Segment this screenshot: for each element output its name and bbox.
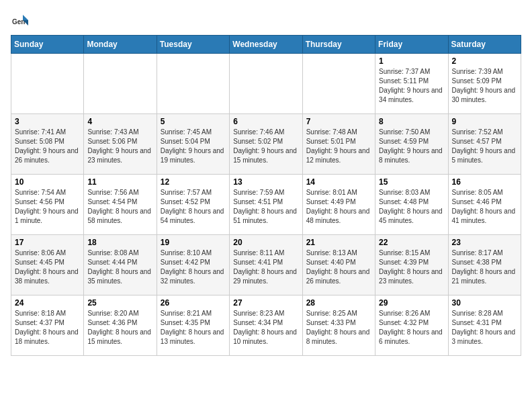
calendar-cell bbox=[11, 54, 84, 114]
calendar-cell: 24Sunrise: 8:18 AM Sunset: 4:37 PM Dayli… bbox=[11, 295, 84, 356]
day-info: Sunrise: 7:48 AM Sunset: 5:01 PM Dayligh… bbox=[306, 128, 371, 165]
day-number: 9 bbox=[452, 117, 517, 126]
day-info: Sunrise: 8:15 AM Sunset: 4:39 PM Dayligh… bbox=[379, 248, 444, 286]
day-number: 10 bbox=[15, 177, 80, 187]
weekday-header: Sunday bbox=[11, 36, 84, 54]
calendar-week-row: 17Sunrise: 8:06 AM Sunset: 4:45 PM Dayli… bbox=[11, 235, 521, 295]
day-number: 28 bbox=[306, 298, 371, 308]
calendar-cell: 27Sunrise: 8:23 AM Sunset: 4:34 PM Dayli… bbox=[230, 295, 302, 356]
weekday-header: Wednesday bbox=[230, 36, 302, 54]
calendar-cell bbox=[84, 54, 157, 114]
day-info: Sunrise: 7:57 AM Sunset: 4:52 PM Dayligh… bbox=[161, 188, 226, 226]
day-info: Sunrise: 7:41 AM Sunset: 5:08 PM Dayligh… bbox=[15, 128, 80, 165]
day-info: Sunrise: 8:13 AM Sunset: 4:40 PM Dayligh… bbox=[306, 248, 371, 286]
calendar-cell: 25Sunrise: 8:20 AM Sunset: 4:36 PM Dayli… bbox=[84, 295, 157, 356]
calendar-cell bbox=[230, 54, 302, 114]
day-number: 15 bbox=[379, 177, 444, 187]
day-info: Sunrise: 7:52 AM Sunset: 4:57 PM Dayligh… bbox=[452, 128, 517, 165]
day-info: Sunrise: 8:05 AM Sunset: 4:46 PM Dayligh… bbox=[452, 188, 517, 226]
day-info: Sunrise: 8:23 AM Sunset: 4:34 PM Dayligh… bbox=[233, 309, 298, 347]
calendar-cell: 15Sunrise: 8:03 AM Sunset: 4:48 PM Dayli… bbox=[375, 175, 448, 235]
calendar-cell: 11Sunrise: 7:56 AM Sunset: 4:54 PM Dayli… bbox=[84, 175, 157, 235]
day-info: Sunrise: 8:21 AM Sunset: 4:35 PM Dayligh… bbox=[161, 309, 226, 347]
day-number: 25 bbox=[87, 298, 152, 308]
calendar-cell: 26Sunrise: 8:21 AM Sunset: 4:35 PM Dayli… bbox=[157, 295, 229, 356]
page-header: Gen bbox=[11, 11, 521, 30]
day-number: 21 bbox=[306, 238, 371, 247]
day-number: 19 bbox=[161, 238, 226, 247]
day-info: Sunrise: 7:50 AM Sunset: 4:59 PM Dayligh… bbox=[379, 128, 444, 165]
day-number: 13 bbox=[233, 177, 298, 187]
day-number: 16 bbox=[452, 177, 517, 187]
day-info: Sunrise: 7:45 AM Sunset: 5:04 PM Dayligh… bbox=[161, 128, 226, 165]
day-info: Sunrise: 8:08 AM Sunset: 4:44 PM Dayligh… bbox=[87, 248, 152, 286]
calendar-cell: 30Sunrise: 8:28 AM Sunset: 4:31 PM Dayli… bbox=[448, 295, 521, 356]
calendar-cell bbox=[157, 54, 229, 114]
logo-icon: Gen bbox=[11, 11, 30, 30]
day-number: 11 bbox=[87, 177, 152, 187]
calendar-cell: 19Sunrise: 8:10 AM Sunset: 4:42 PM Dayli… bbox=[157, 235, 229, 295]
logo: Gen bbox=[11, 11, 32, 30]
calendar-header-row: SundayMondayTuesdayWednesdayThursdayFrid… bbox=[11, 36, 521, 54]
calendar-cell: 12Sunrise: 7:57 AM Sunset: 4:52 PM Dayli… bbox=[157, 175, 229, 235]
weekday-header: Monday bbox=[84, 36, 157, 54]
day-number: 29 bbox=[379, 298, 444, 308]
calendar-cell: 29Sunrise: 8:26 AM Sunset: 4:32 PM Dayli… bbox=[375, 295, 448, 356]
calendar-week-row: 3Sunrise: 7:41 AM Sunset: 5:08 PM Daylig… bbox=[11, 114, 521, 175]
day-number: 12 bbox=[161, 177, 226, 187]
day-number: 23 bbox=[452, 238, 517, 247]
calendar-cell: 2Sunrise: 7:39 AM Sunset: 5:09 PM Daylig… bbox=[448, 54, 521, 114]
calendar-week-row: 10Sunrise: 7:54 AM Sunset: 4:56 PM Dayli… bbox=[11, 175, 521, 235]
day-number: 20 bbox=[233, 238, 298, 247]
day-number: 5 bbox=[161, 117, 226, 126]
day-number: 26 bbox=[161, 298, 226, 308]
day-info: Sunrise: 7:46 AM Sunset: 5:02 PM Dayligh… bbox=[233, 128, 298, 165]
day-info: Sunrise: 8:28 AM Sunset: 4:31 PM Dayligh… bbox=[452, 309, 517, 347]
calendar-table: SundayMondayTuesdayWednesdayThursdayFrid… bbox=[11, 35, 521, 356]
calendar-cell: 3Sunrise: 7:41 AM Sunset: 5:08 PM Daylig… bbox=[11, 114, 84, 175]
day-number: 27 bbox=[233, 298, 298, 308]
day-number: 2 bbox=[452, 56, 517, 66]
calendar-cell: 6Sunrise: 7:46 AM Sunset: 5:02 PM Daylig… bbox=[230, 114, 302, 175]
calendar-cell: 20Sunrise: 8:11 AM Sunset: 4:41 PM Dayli… bbox=[230, 235, 302, 295]
calendar-cell: 18Sunrise: 8:08 AM Sunset: 4:44 PM Dayli… bbox=[84, 235, 157, 295]
day-number: 1 bbox=[379, 56, 444, 66]
calendar-cell: 10Sunrise: 7:54 AM Sunset: 4:56 PM Dayli… bbox=[11, 175, 84, 235]
weekday-header: Saturday bbox=[448, 36, 521, 54]
day-info: Sunrise: 8:03 AM Sunset: 4:48 PM Dayligh… bbox=[379, 188, 444, 226]
calendar-cell: 16Sunrise: 8:05 AM Sunset: 4:46 PM Dayli… bbox=[448, 175, 521, 235]
day-info: Sunrise: 8:25 AM Sunset: 4:33 PM Dayligh… bbox=[306, 309, 371, 347]
calendar-cell: 22Sunrise: 8:15 AM Sunset: 4:39 PM Dayli… bbox=[375, 235, 448, 295]
day-number: 3 bbox=[15, 117, 80, 126]
calendar-cell: 7Sunrise: 7:48 AM Sunset: 5:01 PM Daylig… bbox=[302, 114, 375, 175]
day-number: 17 bbox=[15, 238, 80, 247]
weekday-header: Friday bbox=[375, 36, 448, 54]
day-number: 8 bbox=[379, 117, 444, 126]
calendar-cell: 17Sunrise: 8:06 AM Sunset: 4:45 PM Dayli… bbox=[11, 235, 84, 295]
day-info: Sunrise: 8:10 AM Sunset: 4:42 PM Dayligh… bbox=[161, 248, 226, 286]
weekday-header: Tuesday bbox=[157, 36, 229, 54]
day-number: 4 bbox=[87, 117, 152, 126]
calendar-cell: 5Sunrise: 7:45 AM Sunset: 5:04 PM Daylig… bbox=[157, 114, 229, 175]
calendar-cell: 21Sunrise: 8:13 AM Sunset: 4:40 PM Dayli… bbox=[302, 235, 375, 295]
calendar-cell: 8Sunrise: 7:50 AM Sunset: 4:59 PM Daylig… bbox=[375, 114, 448, 175]
day-info: Sunrise: 8:20 AM Sunset: 4:36 PM Dayligh… bbox=[87, 309, 152, 347]
day-info: Sunrise: 8:11 AM Sunset: 4:41 PM Dayligh… bbox=[233, 248, 298, 286]
day-number: 22 bbox=[379, 238, 444, 247]
day-info: Sunrise: 7:54 AM Sunset: 4:56 PM Dayligh… bbox=[15, 188, 80, 226]
day-info: Sunrise: 8:26 AM Sunset: 4:32 PM Dayligh… bbox=[379, 309, 444, 347]
calendar-week-row: 1Sunrise: 7:37 AM Sunset: 5:11 PM Daylig… bbox=[11, 54, 521, 114]
weekday-header: Thursday bbox=[302, 36, 375, 54]
calendar-cell: 14Sunrise: 8:01 AM Sunset: 4:49 PM Dayli… bbox=[302, 175, 375, 235]
calendar-week-row: 24Sunrise: 8:18 AM Sunset: 4:37 PM Dayli… bbox=[11, 295, 521, 356]
calendar-cell: 23Sunrise: 8:17 AM Sunset: 4:38 PM Dayli… bbox=[448, 235, 521, 295]
calendar-cell bbox=[302, 54, 375, 114]
day-info: Sunrise: 8:01 AM Sunset: 4:49 PM Dayligh… bbox=[306, 188, 371, 226]
day-info: Sunrise: 7:39 AM Sunset: 5:09 PM Dayligh… bbox=[452, 67, 517, 105]
day-info: Sunrise: 7:59 AM Sunset: 4:51 PM Dayligh… bbox=[233, 188, 298, 226]
day-number: 18 bbox=[87, 238, 152, 247]
day-number: 6 bbox=[233, 117, 298, 126]
day-info: Sunrise: 7:56 AM Sunset: 4:54 PM Dayligh… bbox=[87, 188, 152, 226]
day-info: Sunrise: 7:43 AM Sunset: 5:06 PM Dayligh… bbox=[87, 128, 152, 165]
day-number: 7 bbox=[306, 117, 371, 126]
